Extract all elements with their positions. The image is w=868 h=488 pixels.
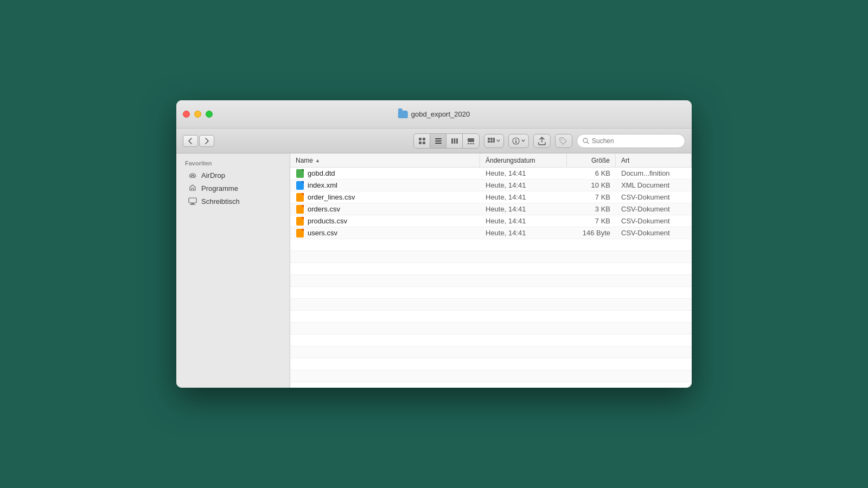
size-column-header[interactable]: Größe	[567, 153, 616, 167]
sidebar: Favoriten AirDrop	[176, 153, 290, 388]
svg-rect-16	[488, 140, 490, 143]
file-size-cell: 7 KB	[567, 193, 616, 201]
svg-rect-6	[435, 143, 442, 144]
gallery-view-button[interactable]	[463, 134, 479, 148]
svg-rect-7	[451, 138, 453, 144]
action-dropdown-button[interactable]	[508, 134, 529, 148]
applications-icon	[188, 184, 197, 192]
minimize-button[interactable]	[194, 111, 201, 118]
file-name-label: gobd.dtd	[308, 169, 335, 177]
window-title: gobd_export_2020	[411, 110, 470, 118]
file-date-cell: Heute, 14:41	[480, 217, 567, 225]
table-row[interactable]: products.csv Heute, 14:41 7 KB CSV-Dokum…	[290, 215, 692, 227]
table-row[interactable]: gobd.dtd Heute, 14:41 6 KB Docum...finit…	[290, 168, 692, 179]
airdrop-label: AirDrop	[201, 171, 225, 179]
file-icon	[296, 169, 304, 178]
file-size-cell: 10 KB	[567, 181, 616, 189]
svg-rect-3	[423, 142, 425, 144]
search-input[interactable]	[592, 137, 679, 145]
file-date-cell: Heute, 14:41	[480, 205, 567, 213]
svg-point-22	[561, 139, 563, 140]
empty-row	[290, 346, 692, 358]
file-name-label: orders.csv	[308, 205, 340, 213]
file-size-cell: 3 KB	[567, 205, 616, 213]
file-type-cell: Docum...finition	[616, 169, 692, 177]
file-icon	[296, 193, 304, 202]
toolbar	[176, 129, 692, 153]
svg-rect-26	[189, 198, 196, 203]
tag-button[interactable]	[555, 134, 572, 148]
share-button[interactable]	[533, 134, 551, 148]
finder-window: gobd_export_2020	[176, 100, 692, 388]
file-name-cell: gobd.dtd	[290, 169, 480, 178]
svg-rect-1	[423, 138, 425, 140]
icon-view-button[interactable]	[414, 134, 430, 148]
csv-file-icon	[296, 217, 304, 226]
date-column-header[interactable]: Änderungsdatum	[480, 153, 567, 167]
group-dropdown-button[interactable]	[484, 134, 504, 148]
programme-label: Programme	[201, 184, 238, 192]
titlebar: gobd_export_2020	[176, 100, 692, 129]
svg-point-20	[515, 139, 516, 140]
svg-rect-17	[490, 140, 493, 143]
svg-rect-18	[493, 138, 495, 143]
folder-icon	[398, 111, 408, 118]
table-row[interactable]: orders.csv Heute, 14:41 3 KB CSV-Dokumen…	[290, 203, 692, 215]
svg-line-24	[587, 142, 589, 144]
svg-rect-9	[456, 138, 458, 144]
svg-rect-5	[435, 140, 442, 142]
csv-file-icon	[296, 193, 304, 202]
file-name-label: products.csv	[308, 217, 347, 225]
view-buttons-group	[413, 133, 480, 149]
close-button[interactable]	[183, 111, 190, 118]
empty-row	[290, 263, 692, 275]
svg-rect-2	[419, 142, 422, 144]
file-type-cell: CSV-Dokument	[616, 217, 692, 225]
list-view-button[interactable]	[430, 134, 446, 148]
svg-rect-10	[468, 138, 474, 142]
empty-row	[290, 382, 692, 388]
csv-file-icon	[296, 205, 304, 214]
table-row[interactable]: order_lines.csv Heute, 14:41 7 KB CSV-Do…	[290, 191, 692, 203]
empty-row	[290, 251, 692, 263]
empty-row	[290, 370, 692, 382]
table-row[interactable]: users.csv Heute, 14:41 146 Byte CSV-Doku…	[290, 227, 692, 239]
maximize-button[interactable]	[206, 111, 213, 118]
forward-button[interactable]	[199, 135, 214, 147]
file-name-cell: products.csv	[290, 217, 480, 226]
svg-rect-11	[468, 143, 469, 144]
file-icon	[296, 205, 304, 214]
name-column-header[interactable]: Name ▲	[290, 153, 480, 167]
file-pane: Name ▲ Änderungsdatum Größe Art gobd.dtd	[290, 153, 692, 388]
content-area: Favoriten AirDrop	[176, 153, 692, 388]
file-type-cell: CSV-Dokument	[616, 229, 692, 237]
svg-rect-13	[473, 143, 474, 144]
file-icon	[296, 217, 304, 226]
file-type-cell: CSV-Dokument	[616, 205, 692, 213]
file-name-cell: users.csv	[290, 229, 480, 237]
traffic-lights	[183, 111, 213, 118]
sidebar-item-programme[interactable]: Programme	[180, 182, 286, 195]
file-size-cell: 7 KB	[567, 217, 616, 225]
file-name-label: index.xml	[308, 181, 337, 189]
file-list: gobd.dtd Heute, 14:41 6 KB Docum...finit…	[290, 168, 692, 388]
sidebar-item-schreibtisch[interactable]: Schreibtisch	[180, 195, 286, 208]
file-header: Name ▲ Änderungsdatum Größe Art	[290, 153, 692, 168]
search-box[interactable]	[577, 134, 685, 148]
empty-row	[290, 275, 692, 287]
empty-row	[290, 323, 692, 335]
empty-row	[290, 299, 692, 311]
type-column-header[interactable]: Art	[616, 153, 692, 167]
desktop-icon	[188, 197, 197, 206]
column-view-button[interactable]	[446, 134, 463, 148]
file-type-cell: CSV-Dokument	[616, 193, 692, 201]
file-name-cell: index.xml	[290, 181, 480, 190]
file-icon	[296, 181, 304, 190]
svg-rect-14	[488, 138, 490, 140]
search-icon	[583, 138, 589, 144]
file-size-cell: 6 KB	[567, 169, 616, 177]
back-button[interactable]	[183, 135, 198, 147]
file-date-cell: Heute, 14:41	[480, 181, 567, 189]
table-row[interactable]: index.xml Heute, 14:41 10 KB XML Documen…	[290, 179, 692, 191]
sidebar-item-airdrop[interactable]: AirDrop	[180, 169, 286, 182]
